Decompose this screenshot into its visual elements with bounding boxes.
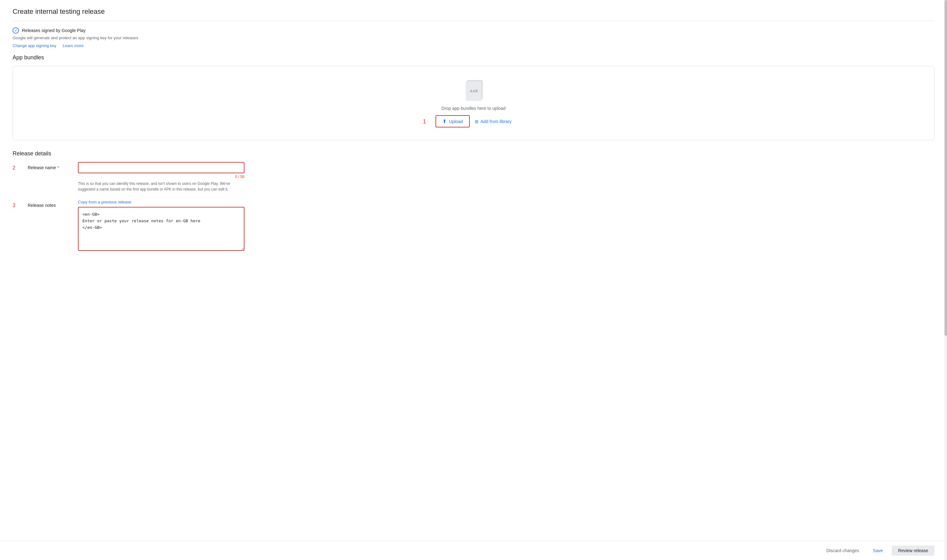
release-details-section: Release details 2 Release name * 0 / 50 …	[12, 150, 935, 252]
release-name-hint: This is so that you can identify this re…	[78, 181, 244, 192]
signing-section: Releases signed by Google Play Google wi…	[12, 27, 935, 48]
release-notes-header: Copy from a previous release	[78, 200, 244, 205]
aab-icon: .AAB	[464, 79, 483, 101]
signing-description: Google will generate and protect an app …	[12, 35, 935, 40]
button-row: 1 ⬆ Upload ⊞ Add from library	[435, 115, 512, 128]
discard-changes-button[interactable]: Discard changes	[821, 546, 864, 555]
signing-label: Releases signed by Google Play	[22, 28, 85, 33]
save-button[interactable]: Save	[868, 546, 888, 555]
release-notes-row: 3 Release notes Copy from a previous rel…	[12, 200, 935, 252]
char-count: 0 / 50	[78, 175, 244, 179]
upload-button[interactable]: ⬆ Upload	[435, 115, 470, 128]
check-icon	[12, 27, 19, 34]
release-name-input[interactable]	[78, 162, 244, 173]
library-icon: ⊞	[475, 119, 478, 124]
upload-icon: ⬆	[443, 118, 446, 124]
release-notes-textarea[interactable]: <en-GB> Enter or paste your release note…	[78, 207, 244, 251]
drop-zone[interactable]: .AAB Drop app bundles here to upload 1 ⬆…	[12, 66, 935, 140]
release-notes-label: Release notes	[28, 200, 72, 208]
annotation-3: 3	[12, 200, 19, 208]
upload-label: Upload	[449, 119, 463, 124]
signing-row: Releases signed by Google Play	[12, 27, 935, 34]
paper-front: .AAB	[466, 81, 481, 101]
release-name-row: 2 Release name * 0 / 50 This is so that …	[12, 162, 935, 192]
drop-zone-wrapper: .AAB Drop app bundles here to upload 1 ⬆…	[12, 66, 935, 140]
aab-label: .AAB	[469, 89, 478, 93]
scrollbar[interactable]	[944, 0, 947, 560]
required-star: *	[57, 165, 59, 170]
action-bar: Discard changes Save Review release	[0, 541, 947, 560]
add-library-label: Add from library	[480, 119, 512, 124]
annotation-2: 2	[12, 162, 19, 171]
page-title: Create internal testing release	[12, 8, 935, 16]
release-name-label: Release name *	[28, 162, 72, 170]
divider	[12, 21, 935, 21]
learn-more-link[interactable]: Learn more	[63, 43, 83, 48]
app-bundles-title: App bundles	[12, 54, 935, 61]
release-notes-field-wrapper: Copy from a previous release <en-GB> Ent…	[78, 200, 244, 252]
change-signing-link[interactable]: Change app signing key	[12, 43, 57, 48]
copy-from-previous-link[interactable]: Copy from a previous release	[78, 200, 131, 205]
add-from-library-button[interactable]: ⊞ Add from library	[475, 119, 512, 124]
drop-text: Drop app bundles here to upload	[441, 106, 506, 111]
review-release-button[interactable]: Review release	[892, 546, 935, 555]
link-row: Change app signing key Learn more	[12, 43, 935, 48]
release-details-title: Release details	[12, 150, 935, 157]
annotation-1: 1	[423, 118, 426, 125]
scrollbar-thumb[interactable]	[944, 0, 947, 336]
release-name-field-wrapper: 0 / 50 This is so that you can identify …	[78, 162, 244, 192]
